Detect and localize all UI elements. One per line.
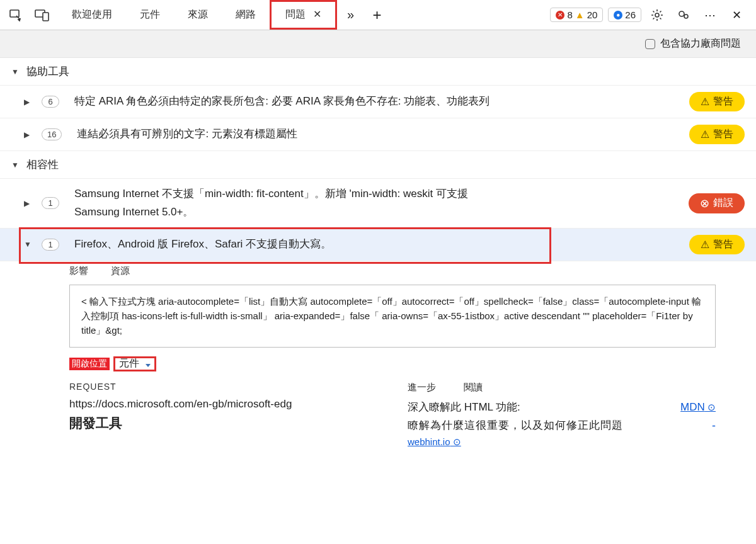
error-icon: ✕ [556,11,564,20]
tab-close-icon[interactable]: ✕ [313,9,321,20]
webhint-link[interactable]: webhint.io [408,436,461,447]
info-icon: ● [614,11,622,20]
warning-icon [701,128,709,140]
issue-count: 1 [42,197,59,209]
chevron-down-icon: ▼ [24,240,33,249]
warning-icon [701,239,709,251]
issue-text: Firefox、Android 版 Firefox、Safari 不支援自動大寫… [68,235,509,254]
group-title: 協助工具 [26,64,69,79]
further-text-1: 深入瞭解此 HTML 功能: [408,400,520,414]
issue-count: 16 [42,128,62,140]
tab-elements[interactable]: 元件 [126,2,174,28]
request-heading: REQUEST [69,382,377,392]
info-count: 26 [625,9,636,20]
chevron-down-icon: ▼ [11,67,20,76]
issue-text: 連結必須具有可辨別的文字: 元素沒有標題屬性 [71,125,512,144]
tab-sources[interactable]: 來源 [174,2,222,28]
tab-network[interactable]: 網路 [222,2,270,28]
warning-count: 20 [587,9,598,20]
issue-row-selected[interactable]: ▼ 1 Firefox、Android 版 Firefox、Safari 不支援… [0,229,756,261]
warning-icon [701,96,709,108]
issue-text: Samsung Internet 不支援「min-width: fit-cont… [68,185,509,222]
error-warning-counter[interactable]: ✕ 8 ▲ 20 [550,8,603,22]
checkbox-icon [645,39,655,49]
issues-filter-bar: 包含協力廠商問題 [0,30,756,58]
mdn-link[interactable]: MDN [680,401,716,414]
issue-row[interactable]: ▶ 6 特定 ARIA 角色必須由特定的家長所包含: 必要 ARIA 家長角色不… [0,86,756,118]
group-accessibility[interactable]: ▼ 協助工具 [0,58,756,86]
affected-element-code: < 輸入下拉式方塊 aria-autocomplete=「list」自動大寫 a… [69,285,716,348]
tab-issues-label: 問題 [285,9,306,20]
svg-point-4 [679,11,684,16]
further-text-2: 瞭解為什麼這很重要，以及如何修正此問題 [408,418,623,433]
detail-tab-resources[interactable]: 資源 [111,265,130,277]
issue-row[interactable]: ▶ 1 Samsung Internet 不支援「min-width: fit-… [0,179,756,229]
more-tabs-icon[interactable]: » [337,2,364,28]
thirdparty-label: 包含協力廠商問題 [660,37,741,50]
request-column: REQUEST https://docs.microsoft.com/en-gb… [69,382,377,448]
thirdparty-checkbox[interactable]: 包含協力廠商問題 [645,37,741,50]
chevron-right-icon: ▶ [24,130,33,139]
devtools-toolbar: 歡迎使用 元件 來源 網路 問題 ✕ » + ✕ 8 ▲ 20 ● 26 [0,0,756,30]
issues-list: ▼ 協助工具 ▶ 6 特定 ARIA 角色必須由特定的家長所包含: 必要 ARI… [0,58,756,544]
svg-rect-2 [43,13,49,21]
chevron-down-icon: ▼ [11,161,20,169]
device-toggle-icon[interactable] [29,2,55,28]
further-heading: 進一步 [408,382,436,394]
read-heading: 閱讀 [464,382,483,394]
tab-welcome[interactable]: 歡迎使用 [58,2,126,28]
severity-badge: 警告 [689,92,745,111]
open-in-label: 開啟位置 [69,358,110,370]
issue-count: 1 [42,239,59,251]
group-compatibility[interactable]: ▼ 相容性 [0,151,756,179]
tab-strip: 歡迎使用 元件 來源 網路 問題 ✕ » + [58,0,390,30]
open-in-select[interactable]: 元件 [113,356,156,371]
svg-point-5 [684,14,688,18]
error-icon [700,196,709,210]
group-title: 相容性 [26,157,59,172]
svg-point-3 [655,13,659,17]
severity-badge: 警告 [689,125,745,144]
add-tab-icon[interactable]: + [364,2,390,28]
issue-count: 6 [42,96,59,108]
feedback-icon[interactable] [673,4,694,26]
request-tool: 開發工具 [69,414,377,432]
warning-icon: ▲ [575,9,585,20]
issue-detail: 影響 資源 < 輸入下拉式方塊 aria-autocomplete=「list」… [69,265,756,460]
tab-issues[interactable]: 問題 ✕ [270,0,337,30]
severity-badge: 錯誤 [689,193,745,213]
error-count: 8 [567,9,572,20]
svg-rect-0 [10,10,19,17]
dash-link[interactable]: - [712,419,716,433]
issue-text: 特定 ARIA 角色必須由特定的家長所包含: 必要 ARIA 家長角色不存在: … [68,93,509,111]
issue-row[interactable]: ▶ 16 連結必須具有可辨別的文字: 元素沒有標題屬性 警告 [0,118,756,151]
chevron-right-icon: ▶ [24,199,33,208]
further-reading-column: 進一步 閱讀 深入瞭解此 HTML 功能: MDN 瞭解為什麼這很重要，以及如何… [408,382,716,448]
more-options-icon[interactable]: ⋯ [699,4,721,26]
chevron-right-icon: ▶ [24,98,33,106]
info-counter[interactable]: ● 26 [608,8,641,22]
close-devtools-icon[interactable]: ✕ [726,4,747,26]
detail-tab-affected[interactable]: 影響 [69,265,88,277]
request-url: https://docs.microsoft.com/en-gb/microso… [69,398,377,411]
settings-icon[interactable] [646,4,668,26]
severity-badge: 警告 [689,235,745,254]
inspect-element-icon[interactable] [3,2,29,28]
